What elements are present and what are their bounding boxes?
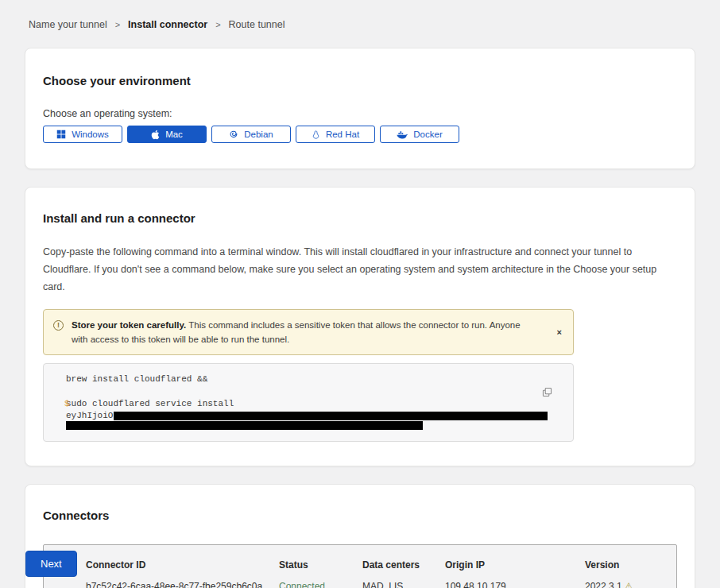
code-line-token: eyJhIjoiO	[54, 412, 562, 420]
connector-version-cell: 2022.3.1⚠	[585, 581, 676, 588]
token-prefix: eyJhIjoiO	[66, 412, 113, 420]
os-button-docker[interactable]: Docker	[380, 126, 459, 143]
next-button[interactable]: Next	[25, 551, 77, 577]
debian-icon	[229, 130, 238, 139]
choose-environment-title: Choose your environment	[43, 74, 677, 87]
docker-icon	[397, 130, 408, 139]
column-header-data-centers: Data centers	[362, 559, 445, 571]
copy-icon[interactable]	[542, 387, 552, 400]
shell-prompt: $	[64, 400, 70, 408]
connector-data-centers-value: MAD, LIS	[362, 581, 445, 588]
connectors-card: Connectors Connector ID Status Data cent…	[25, 484, 695, 588]
code-row-sudo: $ sudo cloudflared service install	[54, 400, 562, 408]
windows-icon	[56, 130, 66, 139]
install-command-codeblock: brew install cloudflared && $ sudo cloud…	[43, 363, 574, 442]
token-warning-banner: ! Store your token carefully. This comma…	[43, 309, 574, 356]
connector-origin-ip-value: 109.48.10.179	[445, 581, 585, 588]
os-button-label: Debian	[244, 130, 273, 139]
column-header-connector-id: Connector ID	[86, 559, 279, 571]
os-button-mac[interactable]: Mac	[127, 126, 207, 143]
install-connector-description: Copy-paste the following command into a …	[43, 244, 677, 296]
token-warning-title: Store your token carefully.	[72, 320, 186, 330]
os-button-debian[interactable]: Debian	[211, 126, 291, 143]
close-icon[interactable]: ×	[557, 327, 562, 337]
os-button-group: Windows Mac Debian Red Hat	[43, 126, 677, 143]
breadcrumb-install-connector[interactable]: Install connector	[128, 19, 207, 30]
column-header-version: Version	[585, 559, 676, 571]
os-button-label: Red Hat	[326, 130, 359, 139]
token-redaction-bar	[66, 421, 423, 430]
breadcrumb-separator: >	[115, 20, 120, 29]
column-header-origin-ip: Origin IP	[445, 559, 585, 571]
os-button-label: Mac	[165, 130, 183, 139]
choose-environment-card: Choose your environment Choose an operat…	[25, 48, 695, 169]
os-select-label: Choose an operating system:	[43, 108, 677, 119]
connectors-table: Connector ID Status Data centers Origin …	[43, 544, 677, 588]
os-button-windows[interactable]: Windows	[43, 126, 122, 143]
os-button-label: Windows	[72, 130, 109, 139]
install-connector-title: Install and run a connector	[43, 211, 677, 225]
breadcrumb-name-your-tunnel[interactable]: Name your tunnel	[29, 19, 107, 30]
code-line-sudo: sudo cloudflared service install	[54, 400, 562, 408]
connectors-title: Connectors	[43, 509, 677, 522]
token-redaction-bar	[114, 412, 548, 420]
redhat-icon	[312, 130, 320, 140]
alert-circle-icon: !	[53, 320, 64, 331]
os-button-label: Docker	[413, 130, 442, 139]
breadcrumb: Name your tunnel > Install connector > R…	[0, 0, 720, 30]
breadcrumb-separator: >	[215, 20, 220, 29]
column-header-status: Status	[279, 559, 362, 571]
connector-version-value: 2022.3.1	[585, 581, 622, 588]
code-line-brew: brew install cloudflared &&	[54, 375, 562, 384]
tunnel-setup-page: Name your tunnel > Install connector > R…	[0, 0, 720, 588]
breadcrumb-route-tunnel[interactable]: Route tunnel	[229, 19, 285, 30]
connector-status-value: Connected	[279, 581, 362, 588]
os-button-redhat[interactable]: Red Hat	[296, 126, 375, 143]
apple-icon	[151, 130, 160, 140]
version-warning-icon: ⚠	[625, 581, 633, 588]
token-warning-text: Store your token carefully. This command…	[72, 318, 532, 347]
connector-id-value: b7c52c42-6caa-48ee-8c77-fbe259cb6c0a	[86, 581, 279, 588]
install-connector-card: Install and run a connector Copy-paste t…	[25, 187, 695, 466]
